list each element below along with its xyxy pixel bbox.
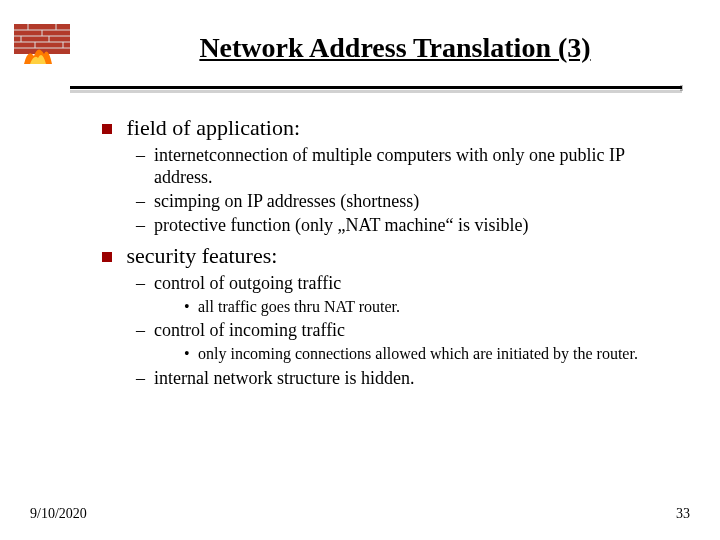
square-bullet-icon xyxy=(102,252,112,262)
bullet-label: field of application: xyxy=(127,115,301,140)
square-bullet-icon xyxy=(102,124,112,134)
sub-item-label: control of outgoing traffic xyxy=(154,273,341,293)
footer-date: 9/10/2020 xyxy=(30,506,87,522)
svg-rect-0 xyxy=(14,24,70,54)
slide-body: field of application: internetconnection… xyxy=(102,115,648,390)
dot-item: all traffic goes thru NAT router. xyxy=(184,297,648,317)
sub-item: scimping on IP addresses (shortness) xyxy=(136,191,648,213)
sub-item: control of outgoing traffic all traffic … xyxy=(136,273,648,316)
sub-item: internal network structure is hidden. xyxy=(136,368,648,390)
bullet-label: security features: xyxy=(127,243,278,268)
slide-title: Network Address Translation (3) xyxy=(100,32,690,64)
sub-item: internetconnection of multiple computers… xyxy=(136,145,648,189)
sub-item: protective function (only „NAT machine“ … xyxy=(136,215,648,237)
title-rule xyxy=(70,86,682,93)
footer-page-number: 33 xyxy=(676,506,690,522)
bullet-security: security features: control of outgoing t… xyxy=(102,243,648,390)
slide: Network Address Translation (3) field of… xyxy=(0,0,720,540)
firewall-icon xyxy=(14,24,70,68)
dot-item: only incoming connections allowed which … xyxy=(184,344,648,364)
bullet-application: field of application: internetconnection… xyxy=(102,115,648,237)
sub-item-label: control of incoming traffic xyxy=(154,320,345,340)
sub-item: control of incoming traffic only incomin… xyxy=(136,320,648,363)
slide-footer: 9/10/2020 33 xyxy=(30,506,690,522)
